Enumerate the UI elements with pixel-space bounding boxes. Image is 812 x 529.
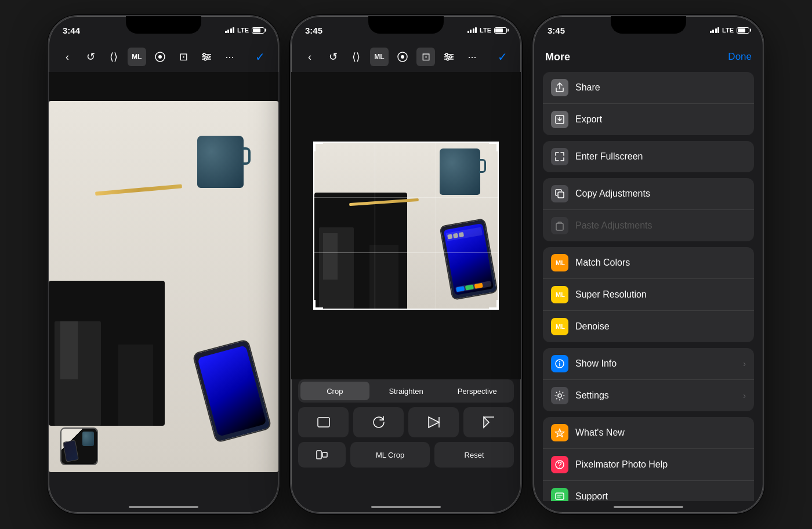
menu-item-super-res[interactable]: ML Super Resolution — [543, 278, 754, 310]
time-3: 3:45 — [548, 26, 565, 35]
ml-crop-button[interactable]: ML Crop — [350, 442, 430, 468]
crop-phone-device — [439, 218, 498, 300]
back-icon-2[interactable]: ‹ — [300, 48, 319, 66]
phone-3: 3:45 LTE More Done — [532, 15, 764, 514]
auto-enhance-icon[interactable]: ML — [128, 48, 146, 66]
back-icon[interactable]: ‹ — [58, 48, 77, 66]
notch-1 — [126, 16, 201, 34]
chevron-info-icon: › — [743, 359, 746, 368]
crop-tabs: Crop Straighten Perspective — [298, 379, 514, 403]
signal-icon-3 — [710, 27, 720, 33]
svg-point-6 — [207, 56, 209, 58]
undo-icon[interactable]: ↺ — [81, 48, 100, 66]
more-icon-2[interactable]: ··· — [463, 48, 481, 66]
healing-icon-2[interactable] — [393, 48, 412, 66]
menu-item-help[interactable]: Pixelmator Photo Help — [543, 448, 754, 480]
svg-point-5 — [203, 53, 205, 56]
battery-icon-1 — [252, 27, 264, 34]
code-icon-2[interactable]: ⟨⟩ — [347, 48, 365, 66]
menu-item-copy-adj[interactable]: Copy Adjustments — [543, 178, 754, 209]
confirm-icon-2[interactable]: ✓ — [493, 48, 512, 66]
menu-item-fullscreen[interactable]: Enter Fullscreen — [543, 141, 754, 172]
crop-photo-area — [291, 72, 521, 379]
svg-point-9 — [401, 55, 404, 59]
signal-icon-2 — [467, 27, 477, 33]
flip-v-button[interactable] — [408, 407, 459, 437]
super-res-label: Super Resolution — [575, 289, 746, 300]
menu-item-export[interactable]: Export — [543, 103, 754, 135]
svg-point-34 — [559, 467, 560, 468]
crop-corner-bl — [314, 300, 323, 309]
adjustments-icon[interactable] — [197, 48, 216, 66]
rotate-cw-button[interactable] — [353, 407, 404, 437]
svg-point-13 — [445, 53, 448, 56]
menu-item-whats-new[interactable]: What's New — [543, 417, 754, 448]
match-colors-icon: ML — [551, 254, 568, 271]
code-icon[interactable]: ⟨⟩ — [104, 48, 123, 66]
photo-phone-device — [192, 339, 272, 443]
thumbnail[interactable] — [60, 427, 98, 465]
home-indicator-2 — [371, 506, 441, 508]
menu-item-support[interactable]: Support — [543, 480, 754, 501]
paste-adj-label: Paste Adjustments — [575, 220, 746, 231]
export-label: Export — [575, 114, 746, 125]
healing-icon[interactable] — [151, 48, 169, 66]
svg-rect-22 — [322, 452, 327, 457]
lte-badge-1: LTE — [237, 27, 249, 34]
battery-icon-2 — [494, 27, 507, 34]
time-1: 3:44 — [63, 26, 80, 35]
status-right-3: LTE — [710, 27, 749, 34]
super-res-icon: ML — [551, 286, 568, 303]
export-icon — [551, 111, 568, 128]
lte-badge-3: LTE — [722, 27, 734, 34]
status-right-1: LTE — [225, 27, 264, 34]
svg-rect-25 — [556, 223, 563, 230]
crop-icon[interactable]: ⊡ — [174, 48, 193, 66]
svg-point-32 — [558, 394, 561, 397]
menu-item-show-info[interactable]: Show Info › — [543, 348, 754, 379]
menu-item-denoise[interactable]: ML Denoise — [543, 310, 754, 342]
svg-marker-19 — [484, 417, 489, 427]
time-2: 3:45 — [305, 26, 322, 35]
notch-2 — [368, 16, 444, 34]
paste-adj-icon — [551, 217, 568, 234]
svg-point-31 — [559, 361, 560, 363]
more-header: More Done — [543, 42, 754, 72]
menu-item-paste-adj[interactable]: Paste Adjustments — [543, 209, 754, 241]
photo-pencil — [95, 184, 182, 195]
undo-icon-2[interactable]: ↺ — [324, 48, 342, 66]
adjustments-icon-2[interactable] — [440, 48, 458, 66]
svg-point-7 — [204, 58, 206, 60]
menu-group-adjustments: Copy Adjustments Paste Adjustments — [543, 178, 754, 241]
rect-ratio-button[interactable] — [298, 407, 349, 437]
reset-button[interactable]: Reset — [434, 442, 514, 468]
signal-icon — [225, 27, 235, 33]
aspect-ratio-button[interactable] — [298, 442, 346, 468]
menu-item-match-colors[interactable]: ML Match Colors — [543, 247, 754, 278]
home-indicator-1 — [129, 506, 198, 508]
menu-group-share-export: Share Export — [543, 72, 754, 135]
menu-item-settings[interactable]: Settings › — [543, 379, 754, 411]
tab-crop[interactable]: Crop — [300, 382, 369, 400]
menu-item-share[interactable]: Share — [543, 72, 754, 103]
tab-straighten[interactable]: Straighten — [372, 382, 441, 400]
match-colors-label: Match Colors — [575, 258, 746, 268]
crop-action-row: ML Crop Reset — [298, 442, 514, 468]
auto-enhance-icon-2[interactable]: ML — [370, 48, 389, 66]
photo-drawing — [49, 281, 165, 426]
crop-icon-2[interactable]: ⊡ — [416, 48, 435, 66]
more-icon[interactable]: ··· — [220, 48, 239, 66]
home-indicator-3 — [614, 506, 683, 508]
denoise-label: Denoise — [575, 321, 746, 332]
whats-new-icon — [551, 424, 568, 441]
more-title: More — [545, 51, 570, 63]
svg-rect-24 — [558, 192, 564, 198]
tab-perspective[interactable]: Perspective — [443, 382, 512, 400]
settings-label: Settings — [575, 390, 736, 401]
copy-adj-icon — [551, 185, 568, 202]
confirm-icon[interactable]: ✓ — [251, 48, 269, 66]
done-button[interactable]: Done — [728, 51, 752, 63]
flip-h-button[interactable] — [463, 407, 514, 437]
phone-1: 3:44 LTE ‹ ↺ ⟨⟩ ML ⊡ — [48, 15, 280, 514]
crop-corner-br — [489, 300, 498, 309]
